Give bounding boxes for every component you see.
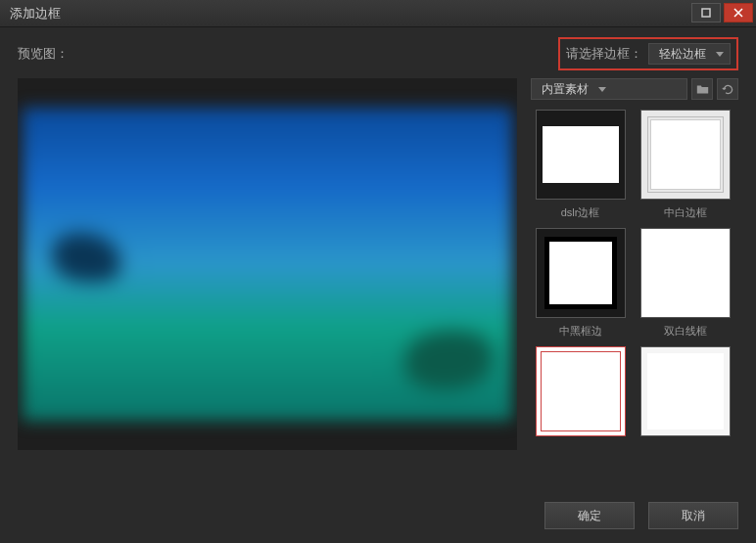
thumb-item: 中白边框 xyxy=(636,110,734,220)
frame-thumb-dslr[interactable] xyxy=(536,110,626,200)
titlebar: 添加边框 xyxy=(0,0,756,27)
footer: 确定 取消 xyxy=(544,502,738,529)
titlebar-controls xyxy=(691,0,756,26)
thumb-item xyxy=(636,346,734,442)
frame-type-value: 轻松边框 xyxy=(659,46,706,63)
maximize-button[interactable] xyxy=(691,3,721,23)
frame-type-dropdown[interactable]: 轻松边框 xyxy=(648,43,731,65)
preview-label: 预览图： xyxy=(18,45,69,63)
thumb-item xyxy=(531,346,630,442)
open-folder-button[interactable] xyxy=(691,78,713,100)
frame-thumb-midblack[interactable] xyxy=(536,228,626,318)
thumb-label: 中黑框边 xyxy=(531,324,630,339)
svg-rect-0 xyxy=(702,9,710,17)
thumb-item: 中黑框边 xyxy=(531,228,630,339)
window-title: 添加边框 xyxy=(10,5,61,23)
side-toolbar: 内置素材 xyxy=(531,78,738,100)
frame-select-label: 请选择边框： xyxy=(566,45,642,63)
close-button[interactable] xyxy=(724,3,753,23)
thumb-label: dslr边框 xyxy=(531,205,630,220)
thumb-item: 双白线框 xyxy=(636,228,734,339)
thumbnail-scroll[interactable]: dslr边框 中白边框 中黑框边 双白线框 xyxy=(531,110,738,450)
chevron-down-icon xyxy=(716,52,724,57)
preview-image xyxy=(23,108,512,421)
frame-thumb-midwhite[interactable] xyxy=(640,110,731,200)
material-dropdown[interactable]: 内置素材 xyxy=(531,78,687,100)
frame-thumb-6[interactable] xyxy=(640,346,731,436)
refresh-icon xyxy=(722,83,734,96)
refresh-button[interactable] xyxy=(717,78,738,100)
frame-selector-highlight: 请选择边框： 轻松边框 xyxy=(558,37,738,70)
folder-icon xyxy=(696,83,709,96)
thumb-label: 中白边框 xyxy=(636,205,734,220)
cancel-button[interactable]: 取消 xyxy=(648,502,738,529)
main-content: 内置素材 dslr边框 中白边框 xyxy=(0,78,756,450)
preview-panel xyxy=(18,78,517,450)
thumb-label: 双白线框 xyxy=(636,324,734,339)
header-row: 预览图： 请选择边框： 轻松边框 xyxy=(0,27,756,78)
chevron-down-icon xyxy=(598,87,606,92)
thumb-item: dslr边框 xyxy=(531,110,630,220)
ok-button[interactable]: 确定 xyxy=(544,502,635,529)
material-value: 内置素材 xyxy=(542,81,589,98)
frame-thumb-5[interactable] xyxy=(536,346,626,436)
thumbnail-grid: dslr边框 中白边框 中黑框边 双白线框 xyxy=(531,110,738,442)
side-panel: 内置素材 dslr边框 中白边框 xyxy=(531,78,738,450)
frame-thumb-doublewhite[interactable] xyxy=(640,228,731,318)
